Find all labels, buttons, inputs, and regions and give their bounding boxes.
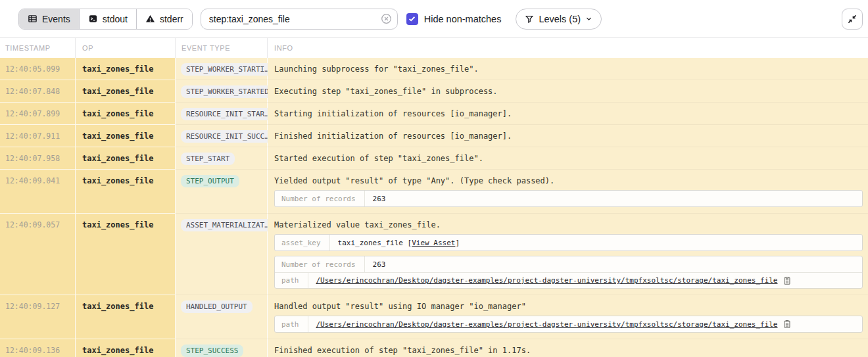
hide-non-matches-label: Hide non-matches bbox=[424, 14, 502, 24]
event-type-badge: STEP_START bbox=[181, 153, 235, 165]
info-text: Handled output "result" using IO manager… bbox=[274, 302, 863, 311]
timestamp-cell: 12:40:09.127 bbox=[0, 295, 76, 339]
metadata-table: path/Users/erincochran/Desktop/dagster-e… bbox=[274, 316, 863, 333]
info-text: Started execution of step "taxi_zones_fi… bbox=[274, 154, 863, 163]
log-row: 12:40:07.911taxi_zones_fileRESOURCE_INIT… bbox=[0, 125, 868, 147]
metadata-text: 263 bbox=[373, 260, 386, 269]
info-cell: Handled output "result" using IO manager… bbox=[268, 295, 868, 339]
metadata-label: asset_key bbox=[275, 235, 330, 250]
timestamp-cell: 12:40:07.848 bbox=[0, 80, 76, 103]
view-asset-link[interactable]: View Asset bbox=[412, 239, 455, 247]
info-cell: Starting initialization of resources [io… bbox=[268, 103, 868, 125]
event-type-cell: ASSET_MATERIALIZAT… bbox=[176, 214, 268, 295]
info-text: Finished execution of step "taxi_zones_f… bbox=[274, 346, 863, 355]
table-icon bbox=[28, 14, 37, 24]
tab-stdout[interactable]: stdout bbox=[79, 9, 136, 29]
info-cell: Launching subprocess for "taxi_zones_fil… bbox=[268, 58, 868, 80]
event-type-badge: ASSET_MATERIALIZAT… bbox=[181, 219, 274, 231]
event-type-cell: RESOURCE_INIT_STAR… bbox=[176, 103, 268, 125]
terminal-icon bbox=[88, 14, 98, 24]
copy-path-icon[interactable] bbox=[783, 320, 792, 329]
op-cell: taxi_zones_file bbox=[76, 295, 176, 339]
path-link[interactable]: /Users/erincochran/Desktop/dagster-examp… bbox=[316, 320, 778, 329]
tab-stderr[interactable]: stderr bbox=[136, 9, 192, 29]
metadata-row: Number of records263 bbox=[275, 256, 862, 272]
event-type-cell: STEP_WORKER_STARTED bbox=[176, 80, 268, 103]
column-header-event-type: EVENT TYPE bbox=[176, 38, 268, 58]
op-cell: taxi_zones_file bbox=[76, 125, 176, 147]
op-cell: taxi_zones_file bbox=[76, 339, 176, 357]
event-log-table: TIMESTAMP OP EVENT TYPE INFO 12:40:05.09… bbox=[0, 37, 868, 357]
timestamp-cell: 12:40:07.958 bbox=[0, 147, 76, 170]
copy-path-icon[interactable] bbox=[783, 276, 792, 285]
metadata-text: 263 bbox=[373, 195, 386, 203]
metadata-text: taxi_zones_file [View Asset] bbox=[338, 239, 460, 247]
collapse-panel-button[interactable] bbox=[842, 9, 863, 30]
event-type-badge: STEP_WORKER_STARTED bbox=[181, 85, 274, 98]
info-cell: Started execution of step "taxi_zones_fi… bbox=[268, 147, 868, 170]
event-type-cell: STEP_START bbox=[176, 147, 268, 170]
log-row: 12:40:09.041taxi_zones_fileSTEP_OUTPUTYi… bbox=[0, 170, 868, 214]
log-row: 12:40:07.848taxi_zones_fileSTEP_WORKER_S… bbox=[0, 80, 868, 103]
column-header-info: INFO bbox=[268, 38, 868, 58]
event-type-badge: STEP_OUTPUT bbox=[181, 175, 239, 187]
metadata-value: taxi_zones_file [View Asset] bbox=[330, 235, 468, 250]
hide-non-matches-toggle[interactable]: Hide non-matches bbox=[406, 13, 502, 25]
event-type-cell: RESOURCE_INIT_SUCC… bbox=[176, 125, 268, 147]
event-type-cell: STEP_WORKER_STARTI… bbox=[176, 58, 268, 80]
event-type-badge: STEP_WORKER_STARTI… bbox=[181, 63, 274, 76]
levels-filter-button[interactable]: Levels (5) bbox=[516, 9, 602, 30]
metadata-table: Number of records263 bbox=[274, 190, 863, 207]
metadata-table: asset_keytaxi_zones_file [View Asset] bbox=[274, 234, 863, 251]
timestamp-cell: 12:40:07.911 bbox=[0, 125, 76, 147]
log-row: 12:40:09.127taxi_zones_fileHANDLED_OUTPU… bbox=[0, 295, 868, 339]
event-type-badge: HANDLED_OUTPUT bbox=[181, 300, 253, 313]
log-filter bbox=[201, 9, 398, 30]
info-text: Yielded output "result" of type "Any". (… bbox=[274, 176, 863, 185]
timestamp-cell: 12:40:05.099 bbox=[0, 58, 76, 80]
log-view-tabs: Events stdout stderr bbox=[18, 9, 193, 30]
tab-events[interactable]: Events bbox=[19, 9, 79, 29]
event-type-badge: STEP_SUCCESS bbox=[181, 345, 243, 357]
info-text: Finished initialization of resources [io… bbox=[274, 131, 863, 141]
timestamp-cell: 12:40:09.041 bbox=[0, 170, 76, 214]
tab-events-label: Events bbox=[42, 14, 70, 24]
search-input[interactable] bbox=[201, 9, 398, 30]
chevron-down-icon bbox=[585, 15, 592, 22]
toolbar: Events stdout stderr bbox=[0, 0, 868, 37]
log-rows: 12:40:05.099taxi_zones_fileSTEP_WORKER_S… bbox=[0, 58, 868, 357]
metadata-row: Number of records263 bbox=[275, 191, 862, 206]
info-cell: Executing step "taxi_zones_file" in subp… bbox=[268, 80, 868, 103]
path-link[interactable]: /Users/erincochran/Desktop/dagster-examp… bbox=[316, 276, 778, 285]
event-type-badge: RESOURCE_INIT_SUCC… bbox=[181, 130, 274, 143]
metadata-value: 263 bbox=[365, 191, 394, 206]
levels-label: Levels (5) bbox=[539, 14, 581, 24]
log-row: 12:40:09.057taxi_zones_fileASSET_MATERIA… bbox=[0, 214, 868, 295]
clear-search-icon[interactable] bbox=[381, 13, 393, 25]
event-type-cell: HANDLED_OUTPUT bbox=[176, 295, 268, 339]
timestamp-cell: 12:40:09.136 bbox=[0, 339, 76, 357]
metadata-label: Number of records bbox=[275, 256, 365, 272]
timestamp-cell: 12:40:09.057 bbox=[0, 214, 76, 295]
op-cell: taxi_zones_file bbox=[76, 80, 176, 103]
log-row: 12:40:05.099taxi_zones_fileSTEP_WORKER_S… bbox=[0, 58, 868, 80]
metadata-label: Number of records bbox=[275, 191, 365, 206]
timestamp-cell: 12:40:07.899 bbox=[0, 103, 76, 125]
metadata-value: /Users/erincochran/Desktop/dagster-examp… bbox=[308, 316, 800, 332]
metadata-table: Number of records263path/Users/erincochr… bbox=[274, 256, 863, 289]
metadata-value: /Users/erincochran/Desktop/dagster-examp… bbox=[308, 273, 800, 288]
tab-stderr-label: stderr bbox=[160, 14, 183, 24]
info-text: Materialized value taxi_zones_file. bbox=[274, 220, 863, 229]
op-cell: taxi_zones_file bbox=[76, 214, 176, 295]
log-row: 12:40:07.958taxi_zones_fileSTEP_STARTSta… bbox=[0, 147, 868, 170]
info-cell: Finished execution of step "taxi_zones_f… bbox=[268, 339, 868, 357]
metadata-label: path bbox=[275, 273, 308, 288]
op-cell: taxi_zones_file bbox=[76, 147, 176, 170]
checkbox-checked-icon bbox=[406, 13, 418, 25]
op-cell: taxi_zones_file bbox=[76, 58, 176, 80]
log-row: 12:40:07.899taxi_zones_fileRESOURCE_INIT… bbox=[0, 103, 868, 125]
event-type-cell: STEP_SUCCESS bbox=[176, 339, 268, 357]
column-header-timestamp: TIMESTAMP bbox=[0, 38, 76, 58]
collapse-arrows-icon bbox=[847, 14, 857, 24]
info-cell: Materialized value taxi_zones_file.asset… bbox=[268, 214, 868, 295]
